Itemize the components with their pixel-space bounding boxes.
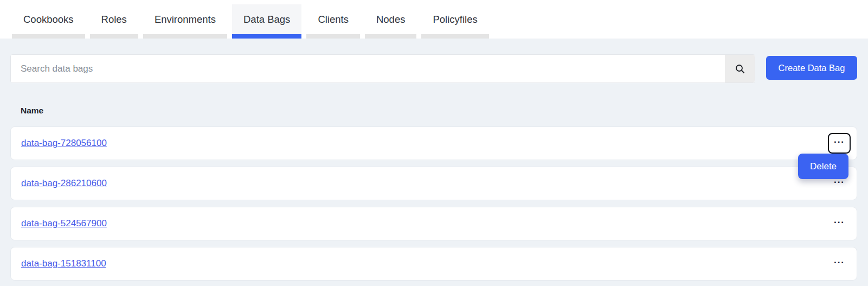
tab-data-bags[interactable]: Data Bags: [232, 4, 301, 39]
table-row: data-bag-524567900 ···: [10, 207, 857, 240]
row-more-options-button[interactable]: ···: [828, 133, 851, 154]
tab-list: Cookbooks Roles Environments Data Bags C…: [0, 0, 868, 39]
search-bar: [10, 54, 755, 83]
tab-label: Data Bags: [243, 14, 290, 26]
tab-label: Environments: [155, 14, 216, 26]
tab-nodes[interactable]: Nodes: [365, 4, 416, 39]
tab-bar: Cookbooks Roles Environments Data Bags C…: [0, 0, 868, 39]
data-bag-link[interactable]: data-bag-286210600: [21, 178, 107, 189]
create-data-bag-button[interactable]: Create Data Bag: [766, 56, 857, 80]
data-bag-link[interactable]: data-bag-524567900: [21, 218, 107, 229]
row-more-options-button[interactable]: ···: [828, 253, 851, 274]
table-row: data-bag-286210600 ···: [10, 167, 857, 200]
tab-environments[interactable]: Environments: [143, 4, 227, 39]
tab-cookbooks[interactable]: Cookbooks: [12, 4, 85, 39]
table-column-header-name: Name: [21, 106, 43, 116]
row-more-options-button[interactable]: ···: [828, 213, 851, 234]
tab-label: Roles: [101, 14, 127, 26]
data-bag-link[interactable]: data-bag-151831100: [21, 258, 106, 269]
tab-label: Clients: [318, 14, 349, 26]
tab-label: Cookbooks: [23, 14, 74, 26]
data-bag-link[interactable]: data-bag-728056100: [21, 138, 107, 149]
tab-roles[interactable]: Roles: [90, 4, 138, 39]
tab-clients[interactable]: Clients: [306, 4, 360, 39]
horizontal-ellipsis-icon: ···: [834, 258, 845, 267]
tab-label: Nodes: [376, 14, 405, 26]
table-row: data-bag-728056100 ···: [10, 126, 857, 160]
table-row: data-bag-151831100 ···: [10, 247, 857, 281]
tab-label: Policyfiles: [433, 14, 477, 26]
tab-policyfiles[interactable]: Policyfiles: [421, 4, 488, 39]
horizontal-ellipsis-icon: ···: [834, 218, 845, 227]
search-icon: [735, 63, 745, 74]
search-button[interactable]: [725, 55, 755, 82]
search-input[interactable]: [11, 55, 725, 82]
delete-menu-item[interactable]: Delete: [798, 154, 848, 179]
horizontal-ellipsis-icon: ···: [834, 137, 845, 147]
